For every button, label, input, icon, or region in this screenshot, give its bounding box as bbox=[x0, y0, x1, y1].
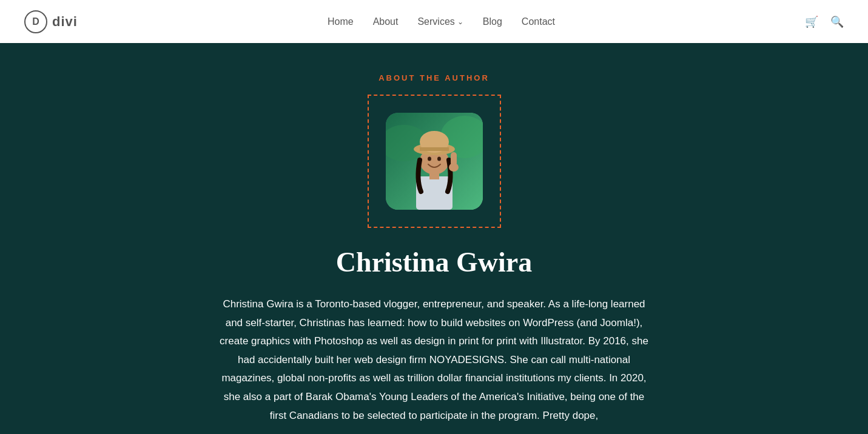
logo[interactable]: D divi bbox=[24, 10, 78, 33]
nav-icons: 🛒 🔍 bbox=[805, 15, 844, 28]
author-name: Christina Gwira bbox=[336, 246, 532, 278]
nav-blog[interactable]: Blog bbox=[483, 16, 502, 27]
svg-point-8 bbox=[437, 157, 441, 161]
nav-services-label: Services bbox=[417, 16, 454, 27]
nav-home[interactable]: Home bbox=[328, 16, 354, 27]
search-icon[interactable]: 🔍 bbox=[830, 15, 844, 28]
site-header: D divi Home About Services ⌄ Blog Contac… bbox=[0, 0, 868, 43]
main-nav: Home About Services ⌄ Blog Contact bbox=[328, 16, 555, 27]
svg-point-7 bbox=[428, 157, 431, 161]
author-bio: Christina Gwira is a Toronto-based vlogg… bbox=[216, 295, 653, 425]
logo-icon: D bbox=[24, 10, 47, 33]
author-image bbox=[386, 113, 483, 210]
main-content: ABOUT THE AUTHOR bbox=[0, 43, 868, 434]
chevron-down-icon: ⌄ bbox=[457, 18, 463, 26]
nav-services[interactable]: Services ⌄ bbox=[417, 16, 463, 27]
logo-text: divi bbox=[52, 14, 78, 30]
svg-rect-11 bbox=[420, 147, 449, 151]
author-image-container bbox=[368, 95, 501, 228]
about-author-label: ABOUT THE AUTHOR bbox=[378, 73, 490, 82]
nav-contact[interactable]: Contact bbox=[522, 16, 555, 27]
nav-about[interactable]: About bbox=[373, 16, 399, 27]
cart-icon[interactable]: 🛒 bbox=[805, 15, 818, 28]
